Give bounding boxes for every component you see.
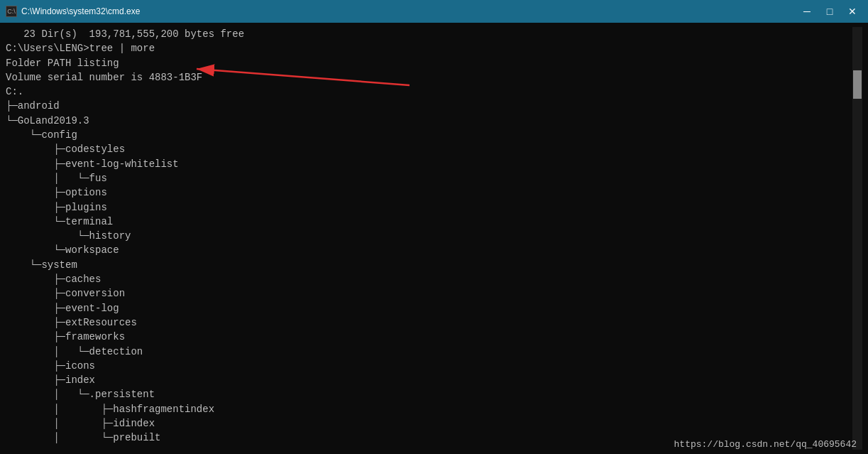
terminal-line: ├─frameworks — [6, 330, 852, 344]
terminal-line: ├─event-log-whitelist — [6, 157, 852, 171]
terminal-line: 23 Dir(s) 193,781,555,200 bytes free — [6, 27, 852, 41]
terminal-body: 23 Dir(s) 193,781,555,200 bytes freeC:\U… — [0, 23, 868, 454]
terminal-line: ├─android — [6, 99, 852, 113]
terminal-line: │ └─detection — [6, 345, 852, 359]
title-bar-controls[interactable]: ─ □ ✕ — [797, 4, 862, 18]
terminal-line: │ ├─idindex — [6, 416, 852, 431]
terminal-line: │ ├─hashfragmentindex — [6, 402, 852, 416]
terminal-line: └─history — [6, 229, 852, 243]
terminal-line: └─config — [6, 128, 852, 142]
terminal-line: Volume serial number is 4883-1B3F — [6, 70, 852, 85]
watermark: https://blog.csdn.net/qq_40695642 — [674, 439, 857, 450]
terminal-line: └─terminal — [6, 215, 852, 229]
title-bar-left: C:\ C:\Windows\system32\cmd.exe — [6, 6, 140, 17]
terminal-line: Folder PATH listing — [6, 56, 852, 70]
terminal-line: C:\Users\LENG>tree | more — [6, 41, 852, 55]
maximize-button[interactable]: □ — [820, 4, 840, 18]
terminal-line: ├─plugins — [6, 200, 852, 215]
terminal-line: │ └─fus — [6, 171, 852, 185]
terminal-content: 23 Dir(s) 193,781,555,200 bytes freeC:\U… — [6, 27, 852, 450]
terminal-line: ├─event-log — [6, 301, 852, 315]
terminal-line: C:. — [6, 85, 852, 99]
close-button[interactable]: ✕ — [842, 4, 862, 18]
terminal-line: ├─caches — [6, 272, 852, 286]
cmd-icon: C:\ — [6, 6, 17, 17]
terminal-line: ├─index — [6, 373, 852, 387]
terminal-line: ├─extResources — [6, 315, 852, 330]
title-bar: C:\ C:\Windows\system32\cmd.exe ─ □ ✕ — [0, 0, 868, 23]
minimize-button[interactable]: ─ — [797, 4, 817, 18]
terminal-line: ├─codestyles — [6, 142, 852, 156]
title-bar-title: C:\Windows\system32\cmd.exe — [21, 6, 140, 16]
scrollbar-thumb[interactable] — [853, 70, 862, 99]
terminal-line: └─system — [6, 258, 852, 272]
terminal-line: └─GoLand2019.3 — [6, 114, 852, 128]
terminal-line: │ └─.persistent — [6, 387, 852, 401]
terminal-line: ├─options — [6, 185, 852, 200]
terminal-line: ├─conversion — [6, 286, 852, 301]
terminal-line: └─workspace — [6, 243, 852, 257]
scrollbar[interactable] — [852, 27, 862, 450]
terminal-line: ├─icons — [6, 359, 852, 373]
